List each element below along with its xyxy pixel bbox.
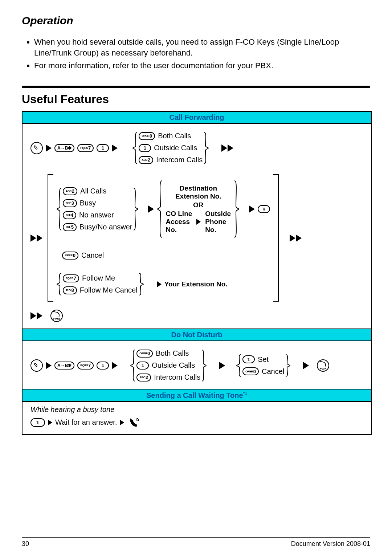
key-0: OPER0 <box>62 252 78 260</box>
label-both-calls: Both Calls <box>158 132 191 140</box>
label-intercom-calls: Intercom Calls <box>154 373 200 381</box>
svg-marker-3 <box>228 144 233 152</box>
dnd-calltype-brace: OPER0Both Calls 1Outside Calls ABC2Inter… <box>130 348 207 382</box>
key-1: 1 <box>97 144 109 152</box>
label-or: OR <box>166 201 231 209</box>
svg-marker-6 <box>148 205 154 213</box>
svg-marker-16 <box>219 362 225 369</box>
svg-marker-4 <box>30 234 36 242</box>
footnote-marker: *1 <box>243 391 247 396</box>
feature-table: Call Forwarding A→B✱ PQRS7 1 <box>22 111 372 435</box>
svg-marker-11 <box>296 234 302 242</box>
talk-icon <box>127 416 140 429</box>
arrow-icon <box>46 144 52 152</box>
svg-marker-13 <box>37 312 42 319</box>
right-bracket-icon <box>273 174 279 302</box>
key-2: ABC2 <box>139 156 153 164</box>
left-bracket-icon <box>48 174 53 302</box>
svg-marker-8 <box>249 205 255 213</box>
key-star: A→B✱ <box>54 362 74 370</box>
svg-marker-14 <box>46 362 52 369</box>
label-intercom-calls: Intercom Calls <box>156 156 203 164</box>
footer-rule <box>22 537 370 538</box>
label-cancel: Cancel <box>262 367 284 376</box>
arrow-icon <box>157 281 162 287</box>
arrow-icon <box>148 205 154 213</box>
arrow-icon <box>219 362 225 369</box>
label-outside-calls: Outside Calls <box>152 361 195 370</box>
svg-marker-5 <box>37 234 42 242</box>
svg-marker-15 <box>112 362 118 369</box>
right-brace-icon <box>284 354 291 377</box>
label-outside-calls: Outside Calls <box>154 144 197 152</box>
dnd-body: A→B✱ PQRS7 1 OPER0Both Calls 1Outside Ca… <box>23 340 371 389</box>
svg-marker-18 <box>48 420 52 425</box>
left-brace-icon <box>132 132 139 164</box>
key-4: GHI4 <box>63 211 76 219</box>
offhook-icon <box>30 359 43 372</box>
left-brace-icon <box>157 180 163 238</box>
opt-both-calls: OPER0 Both Calls <box>139 132 203 140</box>
svg-marker-9 <box>157 281 162 287</box>
label-set: Set <box>258 355 269 364</box>
label-destination: Destination Extension No. <box>166 184 231 200</box>
svg-marker-10 <box>290 234 295 242</box>
arrow-icon <box>120 420 124 425</box>
key-7: PQRS7 <box>77 362 94 370</box>
label-your-extension: Your Extension No. <box>164 280 228 288</box>
page-number: 30 <box>22 540 29 548</box>
label-wait-answer: Wait for an answer. <box>55 418 117 427</box>
right-brace-icon <box>138 273 144 296</box>
key-0: OPER0 <box>242 367 259 375</box>
left-brace-icon <box>56 273 63 296</box>
double-arrow-icon <box>290 234 302 242</box>
svg-marker-1 <box>112 144 118 152</box>
busy-tone-note: While hearing a busy tone <box>30 405 363 414</box>
waiting-tone-body: While hearing a busy tone 1 Wait for an … <box>23 401 371 434</box>
label-busy: Busy <box>80 199 96 207</box>
key-1: 1 <box>30 418 45 427</box>
bullet-1: When you hold several outside calls, you… <box>34 37 370 58</box>
left-brace-icon <box>56 187 63 231</box>
dnd-header: Do Not Disturb <box>23 328 371 340</box>
double-arrow-icon <box>30 234 42 242</box>
key-0: OPER0 <box>139 132 155 140</box>
cf-modes-group1: ABC2All Calls DEF3Busy GHI4No answer JKL… <box>56 180 270 238</box>
document-version: Document Version 2008-01 <box>291 540 370 548</box>
key-8: TUV8 <box>63 286 77 294</box>
svg-marker-7 <box>196 219 201 225</box>
key-7: PQRS7 <box>77 144 94 152</box>
waiting-tone-header: Sending a Call Waiting Tone*1 <box>23 389 371 401</box>
dnd-setcancel-brace: 1Set OPER0Cancel <box>236 354 291 377</box>
arrow-icon <box>112 144 118 152</box>
arrow-icon <box>112 362 118 369</box>
destination-brace: Destination Extension No. OR CO Line Acc… <box>157 180 240 238</box>
call-type-brace: OPER0 Both Calls 1 Outside Calls ABC2 In… <box>132 131 209 165</box>
label-co-line: CO Line Access No. <box>166 210 192 234</box>
svg-marker-17 <box>303 362 309 369</box>
key-hash: # <box>258 205 270 213</box>
label-outside-phone: Outside Phone No. <box>205 210 231 234</box>
arrow-icon <box>46 362 52 369</box>
svg-marker-12 <box>30 312 36 319</box>
dnd-flow: A→B✱ PQRS7 1 OPER0Both Calls 1Outside Ca… <box>30 348 363 382</box>
title-rule <box>22 30 370 30</box>
waiting-tone-flow: 1 Wait for an answer. <box>30 416 363 429</box>
key-star: A→B✱ <box>54 144 74 152</box>
key-2: ABC2 <box>136 374 151 381</box>
right-brace-icon <box>200 349 207 382</box>
key-1: 1 <box>97 362 109 370</box>
key-3: DEF3 <box>63 199 77 207</box>
label-follow-me-cancel: Follow Me Cancel <box>80 286 138 294</box>
intro-bullets: When you hold several outside calls, you… <box>22 37 370 71</box>
key-5: JKL5 <box>63 223 77 231</box>
key-2: ABC2 <box>63 187 77 195</box>
key-1: 1 <box>242 355 255 363</box>
arrow-icon <box>303 362 309 369</box>
label-busy-no-answer: Busy/No answer <box>79 223 132 231</box>
cf-step2-row: ABC2All Calls DEF3Busy GHI4No answer JKL… <box>30 174 363 302</box>
label-follow-me: Follow Me <box>82 274 115 282</box>
left-brace-icon <box>236 354 242 377</box>
cf-cancel-line: OPER0 Cancel <box>62 251 270 260</box>
label-cancel: Cancel <box>81 251 104 260</box>
